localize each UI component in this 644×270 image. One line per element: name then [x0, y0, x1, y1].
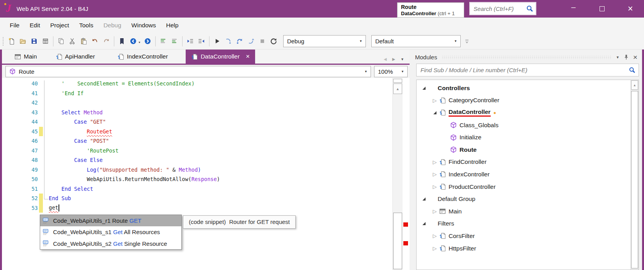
tab-scroll-right-icon[interactable]: ▶ [392, 57, 395, 61]
splitter-handle[interactable] [393, 79, 402, 83]
tree-item-route[interactable]: Route [417, 144, 630, 156]
folder-open-button[interactable] [18, 36, 28, 46]
run-button[interactable] [212, 36, 222, 46]
search-input[interactable] [470, 5, 526, 12]
tree-item-findcontroller[interactable]: ▷FindController [417, 156, 630, 169]
minimize-button[interactable]: – [568, 3, 579, 15]
restart-button[interactable] [268, 36, 279, 46]
nav-back-button[interactable] [128, 36, 138, 46]
tree-item-class-globals[interactable]: Class_Globals [417, 119, 630, 131]
outdent-button[interactable] [185, 36, 195, 46]
tab-scroll-left-icon[interactable]: ◀ [384, 57, 387, 61]
tree-item-controllers[interactable]: Controllers [417, 82, 630, 94]
search-icon[interactable] [526, 5, 533, 12]
tree-item-httpsfilter[interactable]: ▷HttpsFilter [417, 242, 630, 255]
step-out-button[interactable] [246, 36, 256, 46]
uncomment-button[interactable] [169, 36, 180, 46]
autocomplete-item[interactable]: Code_WebApiUtils_s2 Get Single Resource [40, 238, 181, 249]
comment-button[interactable] [158, 36, 169, 46]
tree-collapse-icon[interactable] [431, 111, 438, 114]
sub-selector-combo[interactable]: Route ▼ [5, 66, 371, 77]
code-line-45[interactable]: 45 RouteGet [2, 127, 392, 137]
code-line-48[interactable]: 48 Case Else [2, 155, 392, 165]
code-line-46[interactable]: 46 Case "POST" [2, 136, 392, 146]
code-line-47[interactable]: 47 'RoutePost [2, 146, 392, 156]
tree-scrollbar[interactable]: ▲ [630, 80, 639, 270]
error-marker[interactable] [403, 241, 408, 245]
code-line-43[interactable]: 43 Select Method [2, 108, 392, 117]
scroll-up-arrow[interactable]: ▲ [631, 80, 638, 90]
menu-file[interactable]: File [5, 22, 25, 29]
menu-debug[interactable]: Debug [98, 22, 126, 29]
tree-expand-icon[interactable]: ▷ [431, 233, 438, 239]
tab-main[interactable]: Main [9, 50, 43, 64]
copy-button[interactable] [56, 36, 66, 46]
tree-expand-icon[interactable]: ▷ [431, 245, 438, 251]
step-over-button[interactable] [234, 36, 245, 46]
tab-close-icon[interactable]: × [246, 53, 250, 60]
close-button[interactable]: × [624, 3, 636, 15]
tab-list-caret-icon[interactable]: ▼ [401, 57, 404, 61]
tree-expand-icon[interactable]: ▷ [431, 98, 438, 103]
toolbar-overflow-icon[interactable] [464, 38, 470, 44]
nav-back-caret-icon[interactable]: ▼ [138, 41, 141, 44]
tree-collapse-icon[interactable] [420, 87, 427, 90]
menu-project[interactable]: Project [45, 22, 74, 29]
editor-scrollbar[interactable]: ▲ [392, 78, 403, 270]
menu-tools[interactable]: Tools [74, 22, 98, 29]
tree-item-productcontroller[interactable]: ▷ProductController [417, 181, 630, 193]
tree-item-default-group[interactable]: Default Group [417, 193, 630, 205]
menu-edit[interactable]: Edit [25, 22, 45, 29]
tab-indexcontroller[interactable]: IndexController [112, 50, 173, 64]
panel-menu-caret-icon[interactable]: ▼ [616, 55, 619, 59]
scrollbar-thumb[interactable] [393, 213, 402, 269]
redo-button[interactable] [101, 36, 112, 46]
menu-help[interactable]: Help [161, 22, 184, 29]
scroll-up-arrow[interactable]: ▲ [393, 83, 402, 94]
tree-collapse-icon[interactable] [420, 222, 427, 225]
file-new-button[interactable] [6, 36, 17, 46]
tree-item-filters[interactable]: Filters [417, 218, 630, 230]
save-button[interactable] [29, 36, 39, 46]
current-sub-popup[interactable]: Route DataController (ctrl + 1 [397, 2, 464, 18]
maximize-button[interactable] [596, 3, 608, 15]
bookmark-button[interactable] [117, 36, 127, 46]
tree-item-initialize[interactable]: Initialize [417, 131, 630, 144]
zoom-combo[interactable]: 100% ▼ [374, 66, 408, 77]
tab-apihandler[interactable]: ApiHandler [50, 50, 101, 64]
toolbar-grip[interactable] [2, 37, 4, 46]
tree-expand-icon[interactable]: ▷ [431, 171, 438, 177]
stop-button[interactable] [257, 36, 268, 46]
tree-expand-icon[interactable]: ▷ [431, 159, 438, 165]
code-editor[interactable]: 40 ' SecondElement = Elements(SecondInde… [2, 78, 410, 270]
autocomplete-item[interactable]: Code_WebApiUtils_s1 Get All Resources [40, 226, 181, 238]
panel-close-icon[interactable]: × [633, 55, 637, 60]
tree-item-indexcontroller[interactable]: ▷IndexController [417, 168, 630, 181]
build-configuration-combo[interactable]: Default▼ [371, 35, 461, 47]
tree-item-corsfilter[interactable]: ▷CorsFilter [417, 230, 630, 242]
code-line-49[interactable]: 49 Log("Unsupported method: " & Method) [2, 165, 392, 175]
step-into-button[interactable] [223, 36, 234, 46]
error-marker[interactable] [403, 222, 408, 227]
code-line-51[interactable]: 51 End Select [2, 184, 392, 194]
code-line-40[interactable]: 40 ' SecondElement = Elements(SecondInde… [2, 79, 392, 89]
code-line-53[interactable]: 53get [2, 203, 392, 213]
code-line-42[interactable]: 42 [2, 98, 392, 108]
find-sub-input[interactable] [417, 67, 629, 73]
nav-forward-button[interactable] [142, 36, 153, 46]
tree-expand-icon[interactable]: ▷ [431, 184, 438, 190]
cut-button[interactable] [67, 36, 78, 46]
autocomplete-item[interactable]: Code_WebApiUtils_r1 Route GET [40, 215, 181, 226]
scrollbar-thumb[interactable] [631, 91, 638, 268]
tree-expand-icon[interactable]: ▷ [431, 208, 438, 214]
menu-windows[interactable]: Windows [126, 22, 161, 29]
code-line-50[interactable]: 50 WebApiUtils.ReturnMethodNotAllow(Resp… [2, 174, 392, 184]
paste-button[interactable] [78, 36, 89, 46]
indent-button[interactable] [196, 36, 207, 46]
undo-button[interactable] [90, 36, 100, 46]
pin-icon[interactable] [623, 54, 629, 60]
tree-item-categorycontroller[interactable]: ▷CategoryController [417, 94, 630, 107]
code-line-52[interactable]: 52End Sub [2, 194, 392, 203]
debug-mode-combo[interactable]: Debug▼ [283, 35, 366, 47]
package-button[interactable] [40, 36, 51, 46]
